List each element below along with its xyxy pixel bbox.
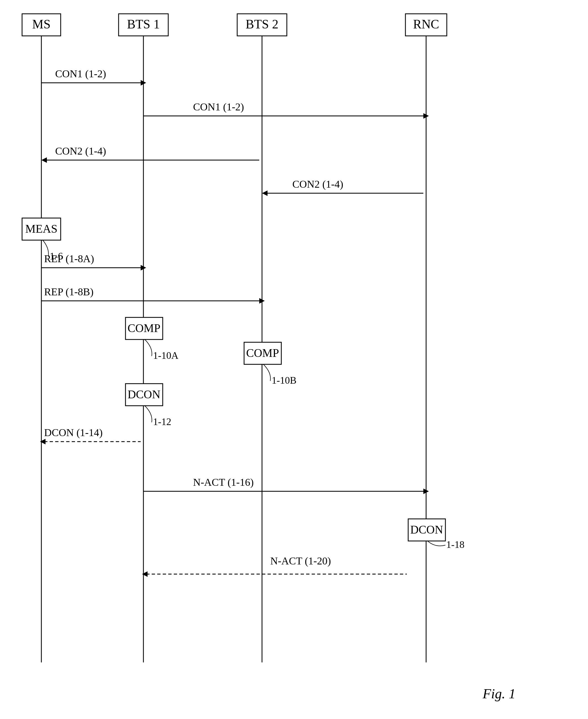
svg-text:1-12: 1-12 xyxy=(153,416,171,427)
svg-text:MEAS: MEAS xyxy=(25,222,58,235)
svg-text:1-18: 1-18 xyxy=(446,539,464,550)
svg-text:CON1 (1-2): CON1 (1-2) xyxy=(55,68,106,80)
svg-text:DCON: DCON xyxy=(410,523,443,536)
svg-text:BTS 2: BTS 2 xyxy=(246,17,278,31)
svg-text:COMP: COMP xyxy=(127,322,160,335)
svg-text:REP (1-8A): REP (1-8A) xyxy=(44,253,94,265)
svg-text:CON2 (1-4): CON2 (1-4) xyxy=(55,145,106,157)
diagram-container: MS BTS 1 BTS 2 RNC CON1 (1-2) CON1 (1-2)… xyxy=(0,0,588,719)
svg-marker-43 xyxy=(40,439,45,444)
svg-marker-22 xyxy=(262,191,268,196)
svg-marker-19 xyxy=(41,157,47,163)
svg-text:DCON (1-14): DCON (1-14) xyxy=(44,427,103,439)
svg-text:RNC: RNC xyxy=(413,17,439,31)
svg-text:1-10B: 1-10B xyxy=(272,375,296,386)
svg-text:BTS 1: BTS 1 xyxy=(127,17,160,31)
svg-text:N-ACT (1-16): N-ACT (1-16) xyxy=(193,476,254,488)
svg-text:CON1 (1-2): CON1 (1-2) xyxy=(193,101,244,113)
svg-text:REP (1-8B): REP (1-8B) xyxy=(44,286,93,298)
sequence-diagram: MS BTS 1 BTS 2 RNC CON1 (1-2) CON1 (1-2)… xyxy=(0,0,588,719)
svg-marker-53 xyxy=(142,571,148,577)
svg-text:MS: MS xyxy=(32,17,50,31)
svg-text:COMP: COMP xyxy=(246,347,279,359)
svg-text:CON2 (1-4): CON2 (1-4) xyxy=(292,178,343,190)
svg-text:DCON: DCON xyxy=(127,388,160,401)
svg-text:1-10A: 1-10A xyxy=(153,350,178,361)
svg-text:N-ACT (1-20): N-ACT (1-20) xyxy=(270,555,331,567)
svg-text:Fig. 1: Fig. 1 xyxy=(482,686,516,701)
